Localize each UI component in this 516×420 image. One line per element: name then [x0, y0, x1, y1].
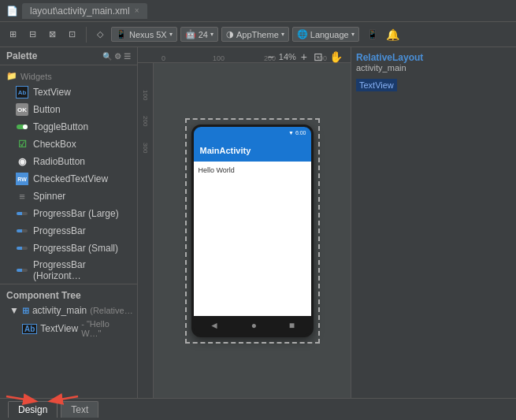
tree-child-sublabel: - "Hello W…" — [81, 319, 131, 338]
zoom-controls: − 14% + ⊡ ✋ — [266, 50, 344, 63]
zoom-in-btn[interactable]: + — [299, 50, 309, 63]
progressbar-small-icon — [16, 242, 28, 255]
tree-root-icon: ⊞ — [22, 306, 29, 316]
language-dropdown[interactable]: 🌐 Language ▾ — [292, 27, 359, 42]
radiobutton-label: RadioButton — [33, 156, 85, 167]
layout-btn-2[interactable]: ⊟ — [24, 27, 41, 42]
design-tab[interactable]: Design — [8, 401, 58, 418]
design-area[interactable]: ▼ 6:00 MainActivity Hello World ◄ ● — [154, 63, 351, 398]
menu-icon[interactable]: ☰ — [124, 52, 131, 61]
language-icon: 🌐 — [297, 29, 308, 39]
api-label: 24 — [199, 30, 208, 39]
palette-item-progressbar-horiz[interactable]: ProgressBar (Horizont… — [0, 257, 137, 284]
tab-label: layout\activity_main.xml — [30, 6, 130, 17]
progressbar-icon — [16, 225, 28, 237]
text-tab[interactable]: Text — [61, 401, 98, 418]
tree-child-label: TextView — [40, 323, 78, 334]
theme-dropdown[interactable]: ◑ AppTheme ▾ — [221, 27, 289, 42]
api-chevron: ▾ — [210, 31, 213, 38]
ruler-left-mark-300: 300 — [142, 143, 149, 153]
wifi-icon: ▼ — [288, 130, 294, 136]
palette-panel: Palette 🔍 ⚙ ☰ 📁 Widgets Ab TextView OK B… — [0, 47, 138, 398]
device-label: Nexus 5X — [129, 30, 167, 39]
theme-label: AppTheme — [236, 30, 279, 39]
layout-btn-1[interactable]: ⊞ — [5, 27, 21, 42]
status-time: 6:00 — [295, 130, 306, 136]
component-tree-header: Component Tree — [0, 288, 137, 303]
phone-content: Hello World — [194, 162, 311, 316]
theme-icon: ◑ — [226, 29, 234, 39]
tab-close-icon[interactable]: × — [135, 6, 139, 15]
layout-btn-4[interactable]: ⊡ — [64, 27, 80, 42]
right-panel: RelativeLayout activity_main TextView — [351, 47, 516, 398]
palette-header: Palette 🔍 ⚙ ☰ — [0, 47, 137, 65]
gear-icon[interactable]: ⚙ — [114, 52, 121, 61]
layout-btn-3[interactable]: ⊠ — [44, 27, 61, 42]
device-icon: 📱 — [116, 29, 127, 39]
separator-1 — [86, 27, 87, 43]
tree-child-icon: Ab — [22, 324, 37, 334]
device-dropdown[interactable]: 📱 Nexus 5X ▾ — [111, 27, 177, 42]
palette-item-checkedtextview[interactable]: RW CheckedTextView — [0, 170, 137, 188]
phone-app-bar: MainActivity — [194, 139, 311, 162]
spinner-label: Spinner — [33, 191, 65, 202]
constraint-toggle[interactable]: ◇ — [92, 27, 108, 42]
button-icon: OK — [16, 103, 28, 116]
nav-back: ◄ — [210, 320, 219, 331]
widgets-section-header: 📁 Widgets — [0, 69, 137, 84]
pan-btn[interactable]: ✋ — [328, 50, 344, 63]
right-panel-layout-section: RelativeLayout activity_main — [356, 52, 511, 72]
bottom-bar: Design Text — [0, 398, 516, 420]
component-tree-title: Component Tree — [6, 290, 81, 301]
palette-item-progressbar-large[interactable]: ProgressBar (Large) — [0, 205, 137, 222]
togglebutton-label: ToggleButton — [33, 121, 88, 132]
api-dropdown[interactable]: 🤖 24 ▾ — [180, 27, 218, 42]
progressbar-small-label: ProgressBar (Small) — [33, 243, 118, 254]
palette-content: 📁 Widgets Ab TextView OK Button ToggleBu… — [0, 65, 137, 398]
spinner-icon: ≡ — [16, 190, 28, 203]
palette-item-button[interactable]: OK Button — [0, 101, 137, 118]
ruler-left-mark-100: 100 — [142, 90, 149, 100]
checkedtextview-icon: RW — [16, 173, 28, 185]
phone-mockup[interactable]: ▼ 6:00 MainActivity Hello World ◄ ● — [191, 125, 314, 337]
toolbar: ⊞ ⊟ ⊠ ⊡ ◇ 📱 Nexus 5X ▾ 🤖 24 ▾ ◑ AppTheme… — [0, 22, 516, 47]
relative-layout-label: RelativeLayout — [356, 52, 511, 63]
palette-item-radiobutton[interactable]: ◉ RadioButton — [0, 153, 137, 170]
phone-nav-bar: ◄ ● ■ — [194, 316, 311, 335]
ruler-left: 100 200 300 — [138, 63, 154, 398]
phone-wrapper: ▼ 6:00 MainActivity Hello World ◄ ● — [191, 125, 314, 337]
tree-child-textview[interactable]: Ab TextView - "Hello W…" — [0, 318, 137, 340]
theme-chevron: ▾ — [281, 31, 284, 38]
search-icon[interactable]: 🔍 — [102, 52, 112, 61]
activity-main-label: activity_main — [356, 63, 511, 72]
palette-item-progressbar[interactable]: ProgressBar — [0, 222, 137, 240]
palette-item-textview[interactable]: Ab TextView — [0, 84, 137, 101]
language-label: Language — [310, 30, 349, 39]
nav-recent: ■ — [289, 320, 295, 331]
palette-item-progressbar-small[interactable]: ProgressBar (Small) — [0, 240, 137, 257]
orientation-btn[interactable]: 📱 — [362, 27, 383, 42]
checkedtextview-label: CheckedTextView — [33, 173, 108, 184]
fit-btn[interactable]: ⊡ — [312, 50, 325, 63]
app-bar-title: MainActivity — [200, 146, 251, 155]
language-chevron: ▾ — [351, 31, 355, 38]
main-layout: Palette 🔍 ⚙ ☰ 📁 Widgets Ab TextView OK B… — [0, 47, 516, 398]
palette-item-checkbox[interactable]: ☑ CheckBox — [0, 136, 137, 153]
bell-icon[interactable]: 🔔 — [386, 28, 399, 41]
folder-icon: 📁 — [6, 71, 17, 81]
hello-world-text: Hello World — [199, 166, 235, 174]
palette-item-togglebutton[interactable]: ToggleButton — [0, 118, 137, 136]
component-tree: Component Tree ▼ ⊞ activity_main (Relati… — [0, 284, 137, 343]
tree-root-sublabel: (Relative… — [90, 306, 132, 315]
palette-title: Palette — [6, 50, 37, 61]
nav-home: ● — [251, 320, 257, 331]
title-bar: 📄 layout\activity_main.xml × — [0, 0, 516, 22]
device-chevron: ▾ — [169, 31, 173, 38]
progressbar-horiz-label: ProgressBar (Horizont… — [33, 259, 131, 281]
file-tab[interactable]: layout\activity_main.xml × — [22, 3, 147, 19]
textview-icon: Ab — [16, 86, 28, 98]
tree-root-item[interactable]: ▼ ⊞ activity_main (Relative… — [0, 303, 137, 318]
palette-item-spinner[interactable]: ≡ Spinner — [0, 188, 137, 205]
progressbar-horiz-icon — [16, 264, 28, 277]
zoom-out-btn[interactable]: − — [266, 50, 276, 63]
